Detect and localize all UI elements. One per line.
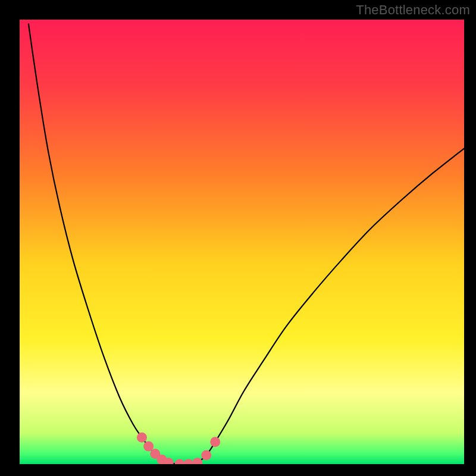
marker-point (174, 459, 184, 469)
watermark-text: TheBottleneck.com (356, 2, 470, 18)
marker-point (164, 458, 174, 468)
marker-point (137, 433, 147, 443)
plot-background (20, 20, 464, 464)
marker-point (210, 437, 220, 447)
marker-point (192, 458, 202, 468)
chart-frame: TheBottleneck.com (0, 0, 476, 476)
marker-point (201, 450, 211, 461)
chart-svg (0, 0, 476, 476)
marker-point (143, 441, 154, 452)
marker-point (183, 459, 193, 469)
